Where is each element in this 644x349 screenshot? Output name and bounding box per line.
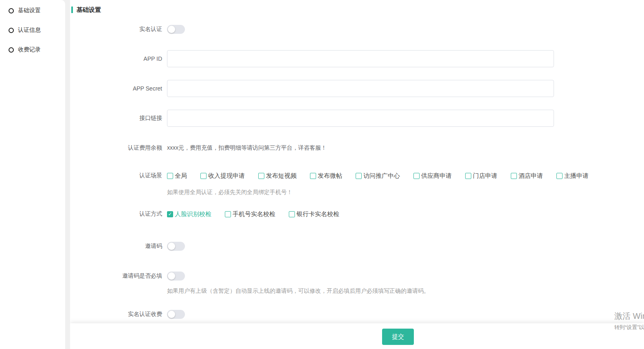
api-link-input[interactable] <box>167 110 554 127</box>
checkbox-scene-micro-post[interactable]: 发布微帖 <box>310 172 342 180</box>
sidebar-item-auth-info[interactable]: 认证信息 <box>0 20 65 40</box>
sidebar-item-basic-settings[interactable]: 基础设置 <box>0 1 65 20</box>
row-fee-balance: 认证费用余额 xxxx元，费用充值，扣费明细等请访问第三方平台，详咨客服！ <box>70 144 644 152</box>
checkbox-method-bankcard[interactable]: 银行卡实名校检 <box>289 210 339 218</box>
checkbox-icon <box>289 211 295 217</box>
field-label: 认证场景 <box>70 172 162 179</box>
field-label: 认证费用余额 <box>70 144 162 152</box>
submit-button[interactable]: 提交 <box>382 329 414 345</box>
checkbox-scene-hotel[interactable]: 酒店申请 <box>511 172 543 180</box>
checkbox-icon <box>225 211 231 217</box>
sidebar-item-label: 基础设置 <box>18 7 41 14</box>
row-real-name-auth: 实名认证 <box>70 25 644 34</box>
title-accent-bar <box>71 7 73 13</box>
toggle-knob <box>168 26 175 33</box>
sidebar-item-fee-records[interactable]: 收费记录 <box>0 40 65 60</box>
fee-balance-text: xxxx元，费用充值，扣费明细等请访问第三方平台，详咨客服！ <box>167 144 327 152</box>
checkbox-icon <box>167 173 173 179</box>
checkbox-icon <box>200 173 207 179</box>
checkbox-scene-promotion-center[interactable]: 访问推广中心 <box>356 172 400 180</box>
field-label: 邀请码 <box>70 243 162 250</box>
field-label: 邀请码是否必填 <box>70 272 162 280</box>
field-label: 实名认证 <box>70 26 162 33</box>
row-invite-code-required: 邀请码是否必填 <box>70 272 644 281</box>
checkbox-scene-short-video[interactable]: 发布短视频 <box>258 172 297 180</box>
real-name-auth-toggle[interactable] <box>167 25 185 34</box>
toggle-knob <box>168 243 175 250</box>
row-auth-scene: 认证场景 全局 收入提现申请 发布短视频 发布微帖 访问推广中心 <box>70 172 644 180</box>
invite-code-required-toggle[interactable] <box>167 272 185 281</box>
checkbox-icon <box>465 173 471 179</box>
app-layout: 基础设置 认证信息 收费记录 基础设置 实名认证 APP ID <box>0 0 644 349</box>
app-secret-input[interactable] <box>167 80 554 97</box>
checkbox-icon <box>258 173 264 179</box>
checkbox-icon <box>511 173 517 179</box>
real-name-auth-fee-toggle[interactable] <box>167 310 185 319</box>
checkbox-icon <box>356 173 362 179</box>
row-app-id: APP ID <box>70 50 644 67</box>
sidebar-item-label: 收费记录 <box>18 46 41 53</box>
row-invite-code: 邀请码 <box>70 242 644 251</box>
checkbox-method-face[interactable]: ✓ 人脸识别校检 <box>167 210 211 218</box>
checkbox-icon <box>556 173 563 179</box>
checkbox-scene-global[interactable]: 全局 <box>167 172 187 180</box>
invite-code-toggle[interactable] <box>167 242 185 251</box>
row-app-secret: APP Secret <box>70 80 644 97</box>
checkbox-icon <box>413 173 420 179</box>
app-id-input[interactable] <box>167 50 554 67</box>
page-title: 基础设置 <box>71 6 644 14</box>
toggle-knob <box>168 272 175 280</box>
row-auth-method: 认证方式 ✓ 人脸识别校检 手机号实名校检 银行卡实名校检 <box>70 210 644 218</box>
circle-icon <box>9 28 14 33</box>
row-real-name-auth-fee: 实名认证收费 <box>70 310 644 319</box>
toggle-knob <box>168 311 175 318</box>
checkbox-checked-icon: ✓ <box>167 211 173 217</box>
invite-code-hint: 如果用户有上级（含暂定）自动显示上线的邀请码，可以修改，开启必填后用户必须填写正… <box>167 287 644 294</box>
footer-bar: 提交 <box>70 323 644 349</box>
field-label: APP ID <box>70 55 162 62</box>
field-label: 实名认证收费 <box>70 311 162 318</box>
field-label: 接口链接 <box>70 115 162 122</box>
checkbox-icon <box>310 173 316 179</box>
checkbox-scene-anchor[interactable]: 主播申请 <box>556 172 589 180</box>
sidebar-item-label: 认证信息 <box>18 27 41 34</box>
checkbox-scene-supplier[interactable]: 供应商申请 <box>413 172 452 180</box>
circle-icon <box>9 47 14 53</box>
main-panel: 基础设置 实名认证 APP ID APP Secret 接口链接 认证费用余额 <box>70 0 644 349</box>
field-label: APP Secret <box>70 85 162 92</box>
auth-scene-hint: 如果使用全局认证，必须先关闭全局绑定手机号！ <box>167 188 644 196</box>
checkbox-scene-store[interactable]: 门店申请 <box>465 172 497 180</box>
circle-icon <box>9 8 14 13</box>
sidebar: 基础设置 认证信息 收费记录 <box>0 0 65 349</box>
row-api-link: 接口链接 <box>70 110 644 127</box>
checkbox-scene-withdraw[interactable]: 收入提现申请 <box>200 172 245 180</box>
field-label: 认证方式 <box>70 210 162 218</box>
page-title-text: 基础设置 <box>77 6 101 14</box>
checkbox-method-phone[interactable]: 手机号实名校检 <box>225 210 275 218</box>
